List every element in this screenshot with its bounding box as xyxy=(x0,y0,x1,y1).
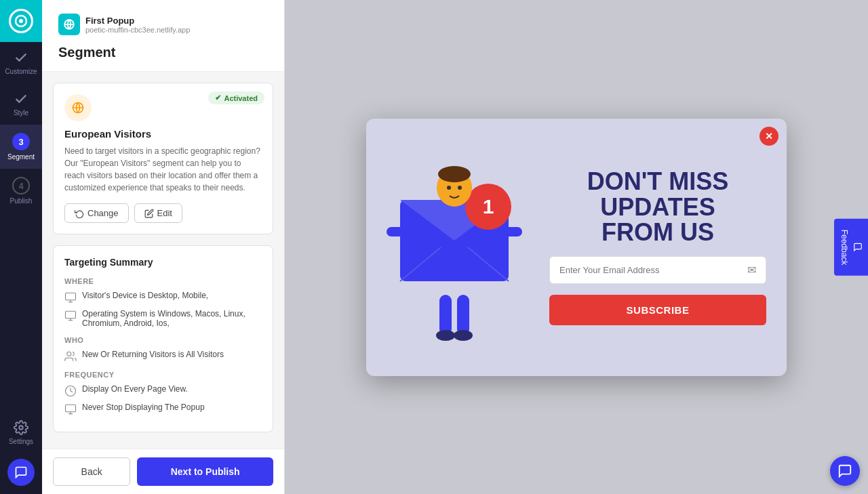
device-row-text: Visitor's Device is Desktop, Mobile, xyxy=(82,291,208,300)
check-icon xyxy=(14,50,28,65)
svg-point-25 xyxy=(454,330,473,341)
step-badge-segment: 3 xyxy=(12,133,30,150)
sidebar-item-segment[interactable]: 3 Segment xyxy=(0,125,42,169)
svg-rect-26 xyxy=(387,227,407,236)
segment-card: ✔ Activated European Visitors Need to ta… xyxy=(53,83,273,234)
change-icon xyxy=(75,209,84,218)
frequency-row2: Never Stop Displaying The Popup xyxy=(64,403,262,415)
svg-point-11 xyxy=(67,352,71,356)
frequency-row2-text: Never Stop Displaying The Popup xyxy=(82,403,205,412)
app-logo[interactable] xyxy=(0,0,42,42)
frequency-row1-text: Display On Every Page View. xyxy=(82,384,188,394)
site-favicon xyxy=(58,14,80,35)
preview-area: Feedback ✕ 1 xyxy=(285,0,868,494)
next-to-publish-button[interactable]: Next to Publish xyxy=(137,457,273,486)
sidebar-item-label-publish: Publish xyxy=(10,197,33,205)
popup-modal: ✕ 1 xyxy=(366,119,787,376)
bottom-action-buttons: Back Next to Publish xyxy=(42,449,284,494)
change-button[interactable]: Change xyxy=(64,203,129,223)
settings-label: Settings xyxy=(9,438,33,445)
svg-point-30 xyxy=(447,186,451,190)
svg-point-29 xyxy=(438,166,471,182)
feedback-label: Feedback xyxy=(840,229,849,265)
sidebar-item-label-segment: Segment xyxy=(7,153,35,161)
left-navigation: Customize Style 3 Segment 4 Publish Sett… xyxy=(0,0,42,494)
sidebar-item-style[interactable]: Style xyxy=(0,83,42,125)
edit-button[interactable]: Edit xyxy=(134,203,182,223)
chat-icon xyxy=(837,464,852,478)
svg-rect-23 xyxy=(457,295,469,335)
svg-rect-13 xyxy=(66,405,76,412)
svg-rect-8 xyxy=(66,311,76,318)
site-info-bar: First Popup poetic-muffin-cbc3ee.netlify… xyxy=(58,14,268,35)
segment-description: Need to target visitors in a specific ge… xyxy=(64,145,262,194)
activated-badge: ✔ Activated xyxy=(208,91,264,104)
edit-icon xyxy=(144,209,154,218)
who-label: WHO xyxy=(64,336,262,344)
popup-illustration: 1 xyxy=(366,119,542,376)
frequency-icon2 xyxy=(64,403,77,415)
panel-title: Segment xyxy=(58,45,268,60)
gear-icon xyxy=(14,420,28,435)
svg-point-24 xyxy=(436,330,455,341)
email-input-wrapper: ✉ xyxy=(549,256,766,284)
os-row-text: Operating System is Windows, Macos, Linu… xyxy=(82,309,262,328)
settings-nav-item[interactable]: Settings xyxy=(0,412,42,453)
svg-text:1: 1 xyxy=(483,195,494,218)
frequency-icon1 xyxy=(64,385,77,397)
svg-point-1 xyxy=(19,19,23,23)
site-name: First Popup xyxy=(85,16,190,26)
check-icon-style xyxy=(14,91,28,106)
chat-nav-icon[interactable] xyxy=(7,459,35,486)
site-text-info: First Popup poetic-muffin-cbc3ee.netlify… xyxy=(85,16,190,34)
sidebar-item-label: Customize xyxy=(5,68,37,75)
svg-rect-5 xyxy=(66,293,76,300)
feedback-tab[interactable]: Feedback xyxy=(834,218,868,276)
svg-point-31 xyxy=(458,186,462,190)
device-icon xyxy=(64,291,77,304)
svg-point-2 xyxy=(19,426,23,430)
sidebar-item-label-style: Style xyxy=(14,109,28,117)
svg-rect-27 xyxy=(502,227,522,236)
os-icon xyxy=(64,310,77,322)
back-button[interactable]: Back xyxy=(53,457,130,486)
panel-content: ✔ Activated European Visitors Need to ta… xyxy=(42,72,284,449)
device-row: Visitor's Device is Desktop, Mobile, xyxy=(64,291,262,304)
email-icon: ✉ xyxy=(747,264,756,276)
visitors-icon xyxy=(64,350,77,363)
segment-name: European Visitors xyxy=(64,128,262,140)
panel-header: First Popup poetic-muffin-cbc3ee.netlify… xyxy=(42,0,284,72)
segment-icon xyxy=(64,94,92,121)
step-badge-publish: 4 xyxy=(12,177,30,194)
feedback-icon xyxy=(853,242,863,251)
sidebar-item-customize[interactable]: Customize xyxy=(0,42,42,83)
middle-panel: First Popup poetic-muffin-cbc3ee.netlify… xyxy=(42,0,285,494)
segment-actions: Change Edit xyxy=(64,203,262,223)
email-input[interactable] xyxy=(559,265,742,275)
subscribe-button[interactable]: SUBSCRIBE xyxy=(549,295,766,325)
os-row: Operating System is Windows, Macos, Linu… xyxy=(64,309,262,328)
sidebar-item-publish[interactable]: 4 Publish xyxy=(0,169,42,213)
frequency-row1: Display On Every Page View. xyxy=(64,384,262,397)
popup-close-button[interactable]: ✕ xyxy=(760,127,778,146)
popup-right-content: DON'T MISS UPDATES FROM US ✉ SUBSCRIBE xyxy=(542,119,787,376)
targeting-summary-title: Targeting Summary xyxy=(64,257,262,268)
where-label: WHERE xyxy=(64,277,262,285)
visitors-row: New Or Returning Visitors is All Visitor… xyxy=(64,350,262,363)
targeting-summary-card: Targeting Summary WHERE Visitor's Device… xyxy=(53,245,273,432)
site-url: poetic-muffin-cbc3ee.netlify.app xyxy=(85,26,190,34)
popup-headline: DON'T MISS UPDATES FROM US xyxy=(549,169,766,245)
svg-rect-22 xyxy=(439,295,452,335)
logo-icon xyxy=(9,9,33,33)
visitors-row-text: New Or Returning Visitors is All Visitor… xyxy=(82,350,224,359)
chat-bubble[interactable] xyxy=(830,456,860,486)
frequency-label: FREQUENCY xyxy=(64,371,262,379)
character-svg: 1 xyxy=(380,146,529,376)
